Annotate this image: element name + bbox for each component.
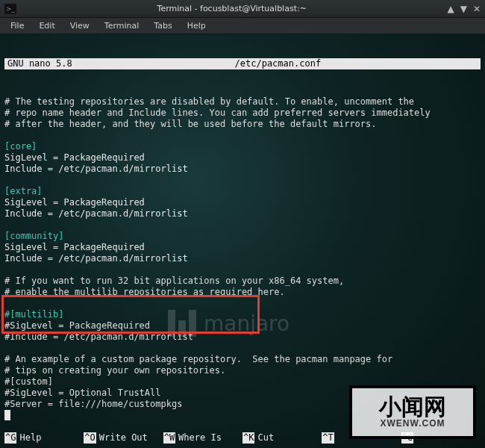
menu-terminal[interactable]: Terminal	[97, 19, 147, 32]
config-line: SigLevel = PackageRequired	[4, 152, 145, 163]
menu-file[interactable]: File	[3, 19, 31, 32]
close-button[interactable]: ✕	[473, 4, 481, 14]
menu-bar: File Edit View Terminal Tabs Help	[0, 18, 485, 34]
config-line: #SigLevel = Optional TrustAll	[4, 388, 161, 398]
watermark-text: 小闻网	[379, 396, 446, 418]
menu-edit[interactable]: Edit	[31, 19, 62, 32]
shortcut-help: ^GHelp	[4, 432, 84, 444]
config-line: #Include = /etc/pacman.d/mirrorlist	[4, 332, 193, 342]
nano-header: GNU nano 5.8 /etc/pacman.conf	[4, 58, 481, 69]
window-titlebar: >_ Terminal - focusblast@Virtualblast:~ …	[0, 0, 485, 18]
menu-help[interactable]: Help	[180, 19, 213, 32]
section-header-core: [core]	[4, 141, 37, 152]
minimize-button[interactable]: ▲	[447, 4, 454, 14]
watermark-url: XWENW.COM	[381, 418, 445, 429]
config-line: #SigLevel = PackageRequired	[4, 320, 150, 331]
section-header-community: [community]	[4, 231, 63, 241]
section-header-multilib: #[multilib]	[4, 309, 63, 320]
section-header-extra: [extra]	[4, 186, 43, 196]
nano-version: GNU nano 5.8	[4, 58, 75, 69]
comment-line: # enable the multilib repositories as re…	[4, 287, 285, 297]
site-watermark: 小闻网 XWENW.COM	[349, 385, 476, 439]
shortcut-writeout: ^OWrite Out	[84, 432, 163, 444]
config-line: SigLevel = PackageRequired	[4, 242, 145, 252]
comment-line: # The testing repositories are disabled …	[4, 96, 414, 107]
config-line: Include = /etc/pacman.d/mirrorlist	[4, 253, 188, 264]
terminal-icon: >_	[4, 4, 16, 14]
config-line: SigLevel = PackageRequired	[4, 197, 145, 208]
menu-tabs[interactable]: Tabs	[146, 19, 179, 32]
comment-line: # after the header, and they will be use…	[4, 119, 377, 129]
shortcut-cut: ^KCut	[242, 432, 322, 444]
maximize-button[interactable]: ▼	[460, 4, 467, 14]
comment-line: # If you want to run 32 bit applications…	[4, 276, 344, 286]
menu-view[interactable]: View	[63, 19, 97, 32]
nano-filename: /etc/pacman.conf	[75, 58, 481, 69]
shortcut-whereis: ^WWhere Is	[163, 432, 242, 444]
config-line: Include = /etc/pacman.d/mirrorlist	[4, 208, 188, 219]
comment-line: # An example of a custom package reposit…	[4, 354, 392, 364]
config-line: #Server = file:///home/custompkgs	[4, 399, 182, 409]
comment-line: # tips on creating your own repositories…	[4, 365, 225, 376]
text-cursor	[4, 410, 10, 420]
config-line: Include = /etc/pacman.d/mirrorlist	[4, 164, 188, 174]
window-title: Terminal - focusblast@Virtualblast:~	[22, 4, 441, 13]
comment-line: # repo name header and Include lines. Yo…	[4, 108, 431, 118]
config-line: #[custom]	[4, 376, 53, 387]
